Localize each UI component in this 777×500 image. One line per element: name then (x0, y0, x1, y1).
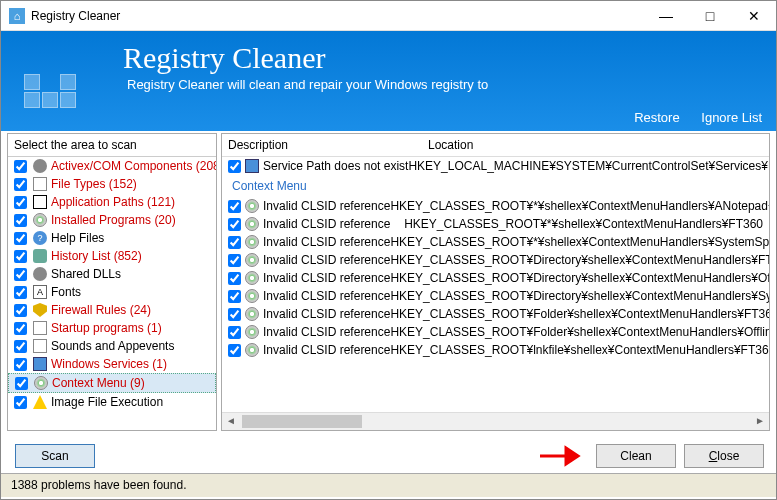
result-checkbox[interactable] (228, 200, 241, 213)
close-button[interactable]: Close (684, 444, 764, 468)
app-icon: ⌂ (9, 8, 25, 24)
cd-icon (34, 376, 48, 390)
scan-area-checkbox[interactable] (14, 358, 27, 371)
scan-areas-panel: Select the area to scan Activex/COM Comp… (7, 133, 217, 431)
scan-area-checkbox[interactable] (14, 250, 27, 263)
result-description: Invalid CLSID reference (263, 217, 404, 231)
scan-area-label: Windows Services (1) (51, 357, 167, 371)
scan-area-item[interactable]: Sounds and Appevents (8, 337, 216, 355)
result-checkbox[interactable] (228, 160, 241, 173)
result-row[interactable]: Invalid CLSID referenceHKEY_CLASSES_ROOT… (222, 251, 769, 269)
result-row[interactable]: Invalid CLSID referenceHKEY_CLASSES_ROOT… (222, 287, 769, 305)
result-description: Invalid CLSID reference (263, 343, 390, 357)
result-description: Invalid CLSID reference (263, 325, 390, 339)
scan-area-item[interactable]: AFonts (8, 283, 216, 301)
result-checkbox[interactable] (228, 218, 241, 231)
scan-area-checkbox[interactable] (14, 304, 27, 317)
scan-area-checkbox[interactable] (15, 377, 28, 390)
scan-area-item[interactable]: Application Paths (121) (8, 193, 216, 211)
scan-area-item[interactable]: Startup programs (1) (8, 319, 216, 337)
scan-area-item[interactable]: Activex/COM Components (208) (8, 157, 216, 175)
result-checkbox[interactable] (228, 344, 241, 357)
scan-area-item[interactable]: File Types (152) (8, 175, 216, 193)
result-checkbox[interactable] (228, 326, 241, 339)
gear-icon (33, 159, 47, 173)
restore-link[interactable]: Restore (634, 110, 680, 125)
result-row[interactable]: Invalid CLSID referenceHKEY_CLASSES_ROOT… (222, 197, 769, 215)
titlebar: ⌂ Registry Cleaner — □ ✕ (1, 1, 776, 31)
result-checkbox[interactable] (228, 272, 241, 285)
scan-area-checkbox[interactable] (14, 396, 27, 409)
column-location[interactable]: Location (428, 138, 473, 152)
result-row[interactable]: Invalid CLSID referenceHKEY_CLASSES_ROOT… (222, 269, 769, 287)
banner-decoration (23, 73, 77, 109)
minimize-button[interactable]: — (644, 1, 688, 31)
clean-button[interactable]: Clean (596, 444, 676, 468)
footer: Scan Clean Close (1, 433, 776, 473)
mon-icon (245, 159, 259, 173)
result-row[interactable]: Invalid CLSID referenceHKEY_CLASSES_ROOT… (222, 233, 769, 251)
result-location: HKEY_CLASSES_ROOT¥Directory¥shellex¥Cont… (390, 289, 769, 303)
cd-icon (245, 289, 259, 303)
result-description: Invalid CLSID reference (263, 235, 390, 249)
scan-area-item[interactable]: Context Menu (9) (8, 373, 216, 393)
scan-area-label: Installed Programs (20) (51, 213, 176, 227)
scroll-thumb[interactable] (242, 415, 362, 428)
scan-area-checkbox[interactable] (14, 178, 27, 191)
horizontal-scrollbar[interactable]: ◄ ► (222, 412, 769, 430)
result-checkbox[interactable] (228, 254, 241, 267)
scroll-right-arrow[interactable]: ► (751, 413, 769, 430)
result-group-header: Context Menu (222, 175, 769, 197)
box-icon (33, 195, 47, 209)
result-row[interactable]: Invalid CLSID referenceHKEY_CLASSES_ROOT… (222, 305, 769, 323)
scan-area-checkbox[interactable] (14, 160, 27, 173)
result-checkbox[interactable] (228, 236, 241, 249)
ignore-list-link[interactable]: Ignore List (701, 110, 762, 125)
banner: Registry Cleaner Registry Cleaner will c… (1, 31, 776, 131)
column-description[interactable]: Description (228, 138, 428, 152)
scan-area-label: Image File Execution (51, 395, 163, 409)
result-row[interactable]: Service Path does not existHKEY_LOCAL_MA… (222, 157, 769, 175)
maximize-button[interactable]: □ (688, 1, 732, 31)
result-description: Service Path does not exist (263, 159, 408, 173)
scan-area-item[interactable]: Installed Programs (20) (8, 211, 216, 229)
cd-icon (245, 271, 259, 285)
scan-area-checkbox[interactable] (14, 196, 27, 209)
scan-area-label: Startup programs (1) (51, 321, 162, 335)
result-checkbox[interactable] (228, 308, 241, 321)
cd-icon (245, 343, 259, 357)
scan-button[interactable]: Scan (15, 444, 95, 468)
shield-icon (33, 303, 47, 317)
result-row[interactable]: Invalid CLSID referenceHKEY_CLASSES_ROOT… (222, 341, 769, 359)
page-icon (33, 339, 47, 353)
scan-area-checkbox[interactable] (14, 322, 27, 335)
scan-area-checkbox[interactable] (14, 268, 27, 281)
close-window-button[interactable]: ✕ (732, 1, 776, 31)
scroll-left-arrow[interactable]: ◄ (222, 413, 240, 430)
scan-areas-list: Activex/COM Components (208)File Types (… (8, 157, 216, 430)
scan-area-item[interactable]: History List (852) (8, 247, 216, 265)
scan-area-label: Sounds and Appevents (51, 339, 174, 353)
font-icon: A (33, 285, 47, 299)
scan-area-label: History List (852) (51, 249, 142, 263)
scan-area-checkbox[interactable] (14, 340, 27, 353)
scan-area-checkbox[interactable] (14, 214, 27, 227)
scan-area-label: File Types (152) (51, 177, 137, 191)
scan-area-label: Firewall Rules (24) (51, 303, 151, 317)
scan-area-item[interactable]: Windows Services (1) (8, 355, 216, 373)
scan-area-item[interactable]: Image File Execution (8, 393, 216, 411)
result-checkbox[interactable] (228, 290, 241, 303)
scan-area-label: Shared DLLs (51, 267, 121, 281)
result-row[interactable]: Invalid CLSID referenceHKEY_CLASSES_ROOT… (222, 323, 769, 341)
cd-icon (245, 253, 259, 267)
scan-area-item[interactable]: Firewall Rules (24) (8, 301, 216, 319)
scan-area-checkbox[interactable] (14, 232, 27, 245)
scan-area-label: Fonts (51, 285, 81, 299)
scan-area-item[interactable]: Shared DLLs (8, 265, 216, 283)
result-row[interactable]: Invalid CLSID referenceHKEY_CLASSES_ROOT… (222, 215, 769, 233)
cd-icon (245, 217, 259, 231)
scan-area-item[interactable]: ?Help Files (8, 229, 216, 247)
result-location: HKEY_CLASSES_ROOT¥*¥shellex¥ContextMenuH… (390, 235, 769, 249)
scan-area-checkbox[interactable] (14, 286, 27, 299)
result-location: HKEY_CLASSES_ROOT¥Directory¥shellex¥Cont… (390, 253, 769, 267)
